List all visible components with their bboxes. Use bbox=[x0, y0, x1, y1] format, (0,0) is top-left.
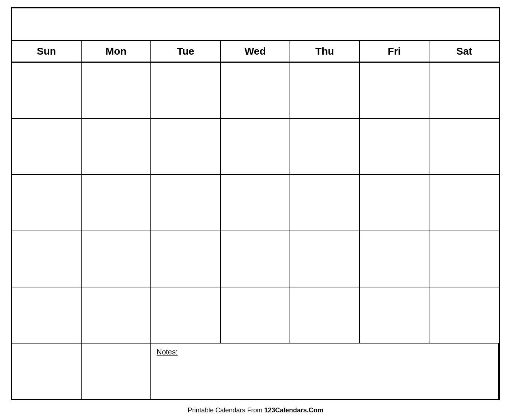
cell-2-2[interactable] bbox=[82, 119, 151, 174]
cell-4-7[interactable] bbox=[429, 231, 499, 287]
header-thu: Thu bbox=[290, 41, 360, 62]
cell-5-6[interactable] bbox=[360, 287, 429, 343]
cell-2-4[interactable] bbox=[221, 119, 290, 174]
calendar-row-2 bbox=[12, 119, 499, 175]
cell-1-5[interactable] bbox=[290, 63, 360, 118]
header-wed: Wed bbox=[221, 41, 290, 62]
cell-3-7[interactable] bbox=[429, 175, 499, 230]
footer-text-bold: 123Calendars.Com bbox=[264, 407, 323, 414]
cell-4-6[interactable] bbox=[360, 231, 429, 287]
cell-4-5[interactable] bbox=[290, 231, 360, 287]
cell-6-2[interactable] bbox=[82, 344, 151, 399]
cell-6-1[interactable] bbox=[12, 344, 82, 399]
cell-2-7[interactable] bbox=[429, 119, 499, 174]
cell-3-6[interactable] bbox=[360, 175, 429, 230]
cell-1-2[interactable] bbox=[82, 63, 151, 118]
cell-3-3[interactable] bbox=[151, 175, 221, 230]
calendar-container: Sun Mon Tue Wed Thu Fri Sat bbox=[11, 7, 500, 400]
cell-1-3[interactable] bbox=[151, 63, 221, 118]
cell-3-1[interactable] bbox=[12, 175, 82, 230]
cell-2-6[interactable] bbox=[360, 119, 429, 174]
calendar-row-3 bbox=[12, 175, 499, 231]
cell-5-7[interactable] bbox=[429, 287, 499, 343]
header-sat: Sat bbox=[429, 41, 499, 62]
calendar-row-1 bbox=[12, 63, 499, 119]
page-wrapper: Sun Mon Tue Wed Thu Fri Sat bbox=[0, 0, 511, 420]
cell-2-5[interactable] bbox=[290, 119, 360, 174]
header-mon: Mon bbox=[82, 41, 151, 62]
notes-label: Notes: bbox=[157, 348, 178, 356]
notes-area[interactable]: Notes: bbox=[151, 344, 499, 399]
calendar-row-5 bbox=[12, 287, 499, 344]
footer-text-normal: Printable Calendars From bbox=[188, 407, 264, 414]
cell-4-3[interactable] bbox=[151, 231, 221, 287]
calendar-body: Notes: bbox=[12, 63, 499, 399]
cell-5-2[interactable] bbox=[82, 287, 151, 343]
cell-5-1[interactable] bbox=[12, 287, 82, 343]
cell-3-5[interactable] bbox=[290, 175, 360, 230]
cell-2-3[interactable] bbox=[151, 119, 221, 174]
cell-4-4[interactable] bbox=[221, 231, 290, 287]
cell-1-4[interactable] bbox=[221, 63, 290, 118]
cell-3-2[interactable] bbox=[82, 175, 151, 230]
cell-5-3[interactable] bbox=[151, 287, 221, 343]
cell-1-1[interactable] bbox=[12, 63, 82, 118]
header-sun: Sun bbox=[12, 41, 82, 62]
calendar-row-4 bbox=[12, 231, 499, 287]
calendar-title-row bbox=[12, 8, 499, 41]
cell-1-7[interactable] bbox=[429, 63, 499, 118]
cell-1-6[interactable] bbox=[360, 63, 429, 118]
cell-2-1[interactable] bbox=[12, 119, 82, 174]
header-tue: Tue bbox=[151, 41, 221, 62]
calendar-header: Sun Mon Tue Wed Thu Fri Sat bbox=[12, 41, 499, 63]
cell-5-4[interactable] bbox=[221, 287, 290, 343]
cell-4-1[interactable] bbox=[12, 231, 82, 287]
cell-5-5[interactable] bbox=[290, 287, 360, 343]
cell-4-2[interactable] bbox=[82, 231, 151, 287]
notes-row: Notes: bbox=[12, 344, 499, 399]
header-fri: Fri bbox=[360, 41, 429, 62]
footer: Printable Calendars From 123Calendars.Co… bbox=[188, 404, 323, 416]
cell-3-4[interactable] bbox=[221, 175, 290, 230]
